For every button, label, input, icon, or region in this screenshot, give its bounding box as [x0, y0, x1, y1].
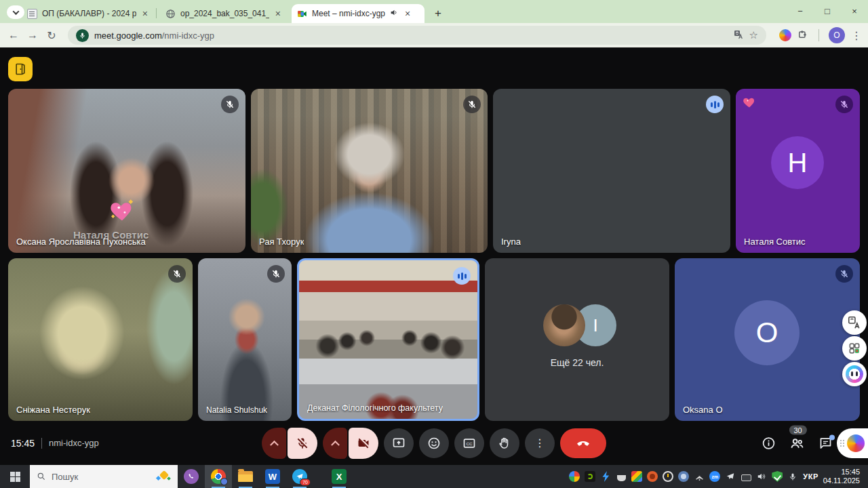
floating-apps-grid-button[interactable] [842, 336, 867, 361]
heart-reaction-icon [108, 197, 136, 224]
start-button[interactable] [0, 465, 30, 488]
mic-off-badge [835, 96, 853, 113]
reactions-button[interactable] [419, 428, 449, 458]
maximize-button[interactable]: □ [814, 0, 841, 22]
extension-pill[interactable] [837, 428, 868, 458]
tray-alarm-icon[interactable] [663, 471, 673, 482]
tray-bolt-icon[interactable] [600, 471, 611, 482]
tray-zoom-icon[interactable]: zm [709, 471, 720, 482]
tray-app-icon[interactable] [678, 471, 689, 482]
close-window-button[interactable]: × [841, 0, 868, 22]
taskbar-app-viber[interactable] [178, 465, 205, 488]
tab-pdf[interactable]: op_2024_bak_035_041_fr.pdf × [160, 4, 288, 23]
forward-button[interactable]: → [23, 29, 42, 41]
captions-button[interactable]: CC [454, 428, 484, 458]
close-icon[interactable]: × [141, 9, 149, 18]
windows-logo-icon [10, 472, 20, 482]
tray-signal-icon[interactable] [694, 471, 705, 482]
floating-translate-button[interactable] [842, 310, 867, 335]
minimize-button[interactable]: − [787, 0, 814, 22]
reload-button[interactable]: ↻ [42, 29, 61, 42]
browser-menu-kebab[interactable]: ⋮ [850, 29, 863, 42]
chat-button[interactable] [818, 436, 833, 450]
tab-meet-active[interactable]: Meet – nmi-idxc-ygp × [292, 4, 425, 23]
taskbar-clock[interactable]: 15:45 04.11.2025 [823, 468, 863, 485]
tray-volume-icon[interactable] [756, 471, 767, 482]
window-controls: − □ × [787, 0, 868, 22]
end-call-button[interactable] [560, 428, 606, 458]
close-icon[interactable]: × [403, 9, 412, 18]
video-tile-oksana-o[interactable]: O Oksana O [675, 258, 860, 421]
camera-control [323, 428, 378, 459]
mic-permission-icon[interactable] [76, 29, 89, 42]
floating-assistant-button[interactable] [842, 362, 867, 386]
camera-options-chevron[interactable] [323, 428, 347, 459]
video-tile-dekanat[interactable]: Деканат Філологічного факультету [297, 258, 479, 421]
taskbar-app-explorer[interactable] [232, 465, 259, 488]
extension-colorful-icon[interactable] [779, 29, 791, 41]
present-screen-button[interactable] [384, 428, 414, 458]
participant-name: Деканат Філологічного факультету [307, 403, 443, 413]
translate-icon[interactable] [733, 29, 744, 42]
tray-mic-icon[interactable] [787, 471, 798, 482]
taskbar-app-telegram[interactable]: 70 [286, 465, 313, 488]
video-tile-oksana[interactable]: Наталя Совтис Оксана Ярославівна Пухонсь… [8, 89, 245, 253]
overflow-count-label: Ещё 22 чел. [485, 357, 669, 368]
avatar: H [771, 136, 824, 189]
profile-avatar[interactable]: O [829, 27, 845, 43]
clock-date: 04.11.2025 [823, 476, 860, 485]
grid-icon [848, 342, 861, 355]
tray-record-icon[interactable] [647, 471, 658, 482]
back-button[interactable]: ← [4, 29, 23, 41]
video-tile-natalia-shulshuk[interactable]: Natalia Shulshuk [198, 258, 292, 421]
taskbar-app-word[interactable]: W [259, 465, 286, 488]
taskbar-app-chrome[interactable] [205, 465, 232, 488]
participants-count-badge: 30 [789, 425, 806, 434]
video-tile-natalya-sovtys[interactable]: H Наталя Совтис [736, 89, 860, 253]
chevron-up-icon [331, 441, 340, 449]
taskbar-app-excel[interactable]: X [326, 465, 353, 488]
taskbar-search[interactable]: Пошук [30, 465, 178, 488]
close-icon[interactable]: × [274, 9, 282, 18]
raise-hand-icon [498, 436, 511, 450]
avatar: O [734, 300, 800, 365]
tray-device-icon[interactable] [741, 471, 751, 482]
tab-title: ОП (БАКАЛАВР) - 2024 рік впр [42, 9, 136, 18]
tray-telegram-icon[interactable] [725, 471, 736, 482]
tab-op-bakalavr[interactable]: ОП (БАКАЛАВР) - 2024 рік впр × [22, 4, 155, 23]
translate-icon [847, 315, 862, 330]
participant-name: Рая Тхорук [259, 237, 304, 247]
address-bar[interactable]: meet.google.com/nmi-idxc-ygp ☆ [68, 26, 766, 45]
extension-colorful-icon [847, 434, 865, 452]
raise-hand-button[interactable] [490, 428, 519, 458]
people-icon [789, 435, 805, 451]
participant-name: Наталя Совтис [744, 237, 806, 247]
mic-muted-button[interactable] [288, 428, 317, 459]
new-tab-button[interactable]: + [429, 4, 448, 23]
participants-button[interactable]: 30 [789, 435, 805, 451]
camera-off-button[interactable] [349, 428, 378, 459]
tab-audio-icon[interactable] [390, 8, 399, 19]
bookmark-star-icon[interactable]: ☆ [749, 29, 758, 41]
search-placeholder: Пошук [52, 472, 151, 482]
overflow-tile[interactable]: I Ещё 22 чел. [485, 258, 669, 421]
tray-photos-icon[interactable] [569, 471, 580, 482]
meeting-details-button[interactable] [762, 436, 776, 450]
extensions-puzzle-icon[interactable] [797, 28, 809, 43]
tray-cup-icon[interactable] [616, 471, 627, 482]
language-indicator[interactable]: УКР [803, 472, 818, 481]
video-tile-iryna[interactable]: Iryna [493, 89, 730, 253]
mic-options-chevron[interactable] [262, 428, 286, 459]
door-extension-button[interactable] [8, 57, 33, 81]
browser-toolbar: ← → ↻ meet.google.com/nmi-idxc-ygp ☆ O ⋮ [0, 23, 868, 47]
more-options-button[interactable]: ⋮ [525, 428, 555, 458]
tray-geforce-icon[interactable] [585, 471, 595, 482]
tray-defender-icon[interactable] [772, 471, 783, 482]
chat-notification-dot [829, 434, 835, 440]
tab-strip: ОП (БАКАЛАВР) - 2024 рік впр × op_2024_b… [0, 0, 868, 23]
video-tile-snizhana[interactable]: Сніжана Нестерук [8, 258, 193, 421]
video-tile-raya[interactable]: Рая Тхорук [251, 89, 488, 253]
tray-gallery-icon[interactable] [631, 471, 642, 482]
plus-icon: + [435, 7, 441, 20]
mic-off-badge [267, 265, 285, 283]
